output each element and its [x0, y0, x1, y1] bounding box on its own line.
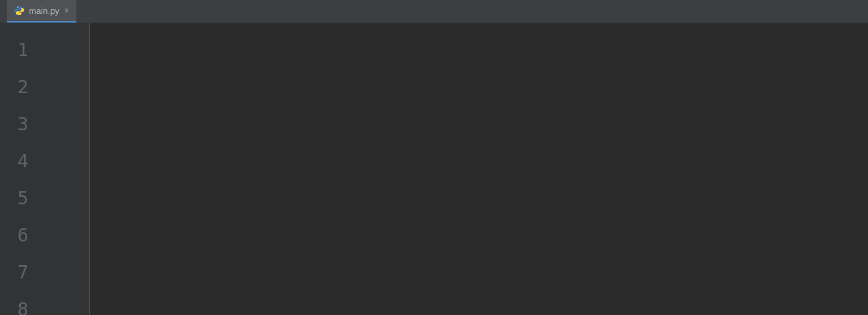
line-number: 3: [0, 105, 89, 142]
tab-main-py[interactable]: main.py ×: [7, 0, 76, 23]
code-area[interactable]: numbers = [3, 5, 15, 17, 20] print(type(…: [90, 23, 702, 315]
close-icon[interactable]: ×: [64, 6, 69, 15]
line-number-gutter: 1 2 3 4 5 6 7 8: [0, 23, 90, 315]
line-number: 4: [0, 142, 89, 180]
python-file-icon: [14, 5, 24, 16]
line-number: 8: [0, 291, 89, 315]
svg-point-1: [20, 13, 21, 14]
svg-point-0: [17, 7, 18, 8]
line-number: 7: [0, 254, 89, 291]
line-number: 6: [0, 217, 89, 254]
line-number: 1: [0, 31, 89, 68]
tab-bar: main.py ×: [0, 0, 868, 23]
line-number: 5: [0, 180, 89, 217]
code-editor[interactable]: 1 2 3 4 5 6 7 8 numbers = [3, 5, 15, 17,…: [0, 23, 868, 315]
code-line[interactable]: [100, 142, 702, 180]
tab-label: main.py: [29, 6, 60, 16]
line-number: 2: [0, 68, 89, 105]
